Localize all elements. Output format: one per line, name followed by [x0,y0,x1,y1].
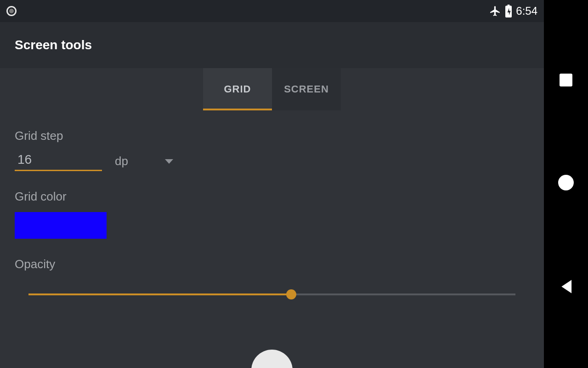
status-notification-icon [6,6,17,16]
opacity-slider-thumb[interactable] [286,289,296,299]
page-title: Screen tools [15,38,92,52]
nav-recent-button[interactable] [560,74,572,86]
tab-grid[interactable]: GRID [203,68,272,110]
opacity-section: Opacity [15,257,529,295]
grid-color-label: Grid color [15,190,529,204]
opacity-slider-fill [28,293,291,295]
tab-bar: GRID SCREEN [0,68,544,110]
app-bar: Screen tools [0,22,544,68]
content-area: Grid step dp Grid color Opacity [0,110,544,368]
system-nav-bar [544,0,588,368]
grid-color-section: Grid color [15,190,529,239]
tab-screen[interactable]: SCREEN [272,68,341,110]
nav-back-button[interactable] [559,279,573,294]
grid-color-swatch[interactable] [15,212,107,239]
grid-step-unit-value: dp [115,154,128,168]
grid-step-unit-select[interactable]: dp [115,154,173,171]
grid-step-section: Grid step dp [15,129,529,171]
grid-step-label: Grid step [15,129,529,143]
status-clock: 6:54 [516,5,537,17]
airplane-mode-icon [489,5,501,17]
status-bar: 6:54 [0,0,544,22]
nav-home-button[interactable] [558,175,574,190]
grid-step-input[interactable] [15,151,102,171]
battery-charging-icon [505,5,512,17]
chevron-down-icon [165,159,173,164]
opacity-slider[interactable] [28,293,515,295]
opacity-label: Opacity [15,257,529,271]
floating-action-button[interactable] [251,350,293,368]
